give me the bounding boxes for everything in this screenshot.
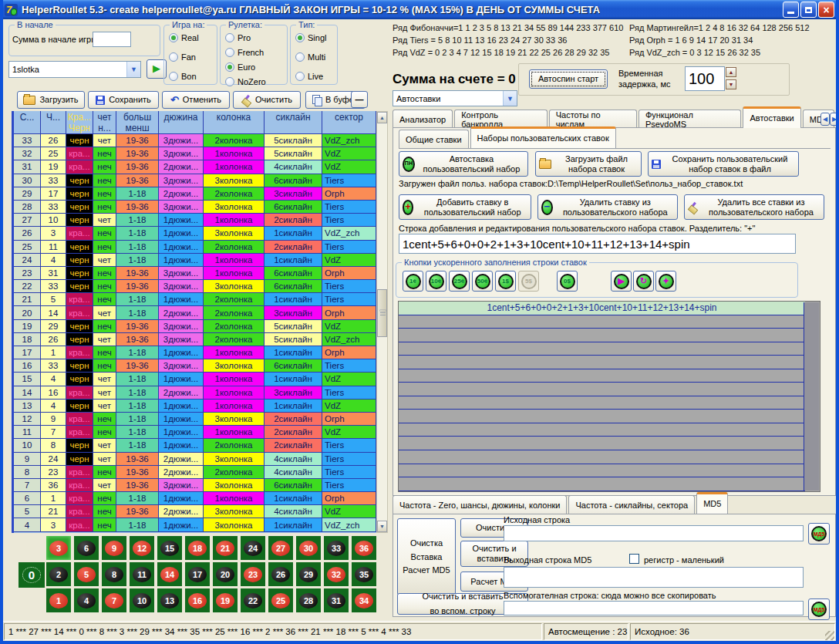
- radio-dot[interactable]: [225, 48, 234, 57]
- list-item[interactable]: [399, 342, 805, 356]
- board-number-26[interactable]: 26: [268, 562, 293, 586]
- radio-dot[interactable]: [169, 52, 178, 62]
- board-number-8[interactable]: 8: [102, 562, 126, 586]
- column-header[interactable]: Ч...: [41, 111, 66, 123]
- radio-dot[interactable]: [225, 62, 234, 72]
- chip-0d[interactable]: 0$: [557, 271, 578, 292]
- start-sum-input[interactable]: [93, 32, 131, 47]
- board-number-28[interactable]: 28: [296, 588, 321, 612]
- column-header[interactable]: чет: [93, 111, 116, 123]
- resize-grip[interactable]: [825, 631, 834, 640]
- list-item[interactable]: [399, 423, 805, 437]
- chip-1c[interactable]: 1¢: [403, 271, 423, 292]
- collapse-button[interactable]: —: [351, 91, 368, 108]
- subtab-наборы-пользовательских-ставок[interactable]: Наборы пользовательских ставок: [470, 126, 616, 148]
- list-item[interactable]: [399, 410, 805, 423]
- lowercase-checkbox[interactable]: [629, 554, 639, 564]
- board-number-15[interactable]: 15: [157, 536, 182, 560]
- board-number-25[interactable]: 25: [268, 588, 293, 612]
- board-number-19[interactable]: 19: [213, 588, 238, 612]
- toolbar-open-folder-button[interactable]: Загрузить: [17, 91, 85, 109]
- md5-aux-input[interactable]: [504, 601, 804, 615]
- tab-анализатор[interactable]: Анализатор: [393, 110, 453, 128]
- maximize-button[interactable]: [800, 2, 817, 18]
- radio-dot[interactable]: [295, 72, 305, 81]
- column-header[interactable]: дюжина: [159, 111, 204, 123]
- md5-src-input[interactable]: [504, 525, 804, 541]
- list-item[interactable]: [399, 315, 805, 329]
- minimize-button[interactable]: [783, 2, 799, 18]
- radio-dot[interactable]: [295, 33, 305, 42]
- autobets-save-button[interactable]: Сохранить пользовательский набор ставок …: [648, 151, 799, 177]
- md5-src-calc-button[interactable]: МД5: [808, 523, 830, 545]
- list-item[interactable]: [399, 477, 805, 491]
- board-number-10[interactable]: 10: [130, 588, 154, 612]
- board-number-20[interactable]: 20: [213, 562, 238, 586]
- tab-контроль-банкролла[interactable]: Контроль банкролла: [454, 110, 548, 128]
- radio-french[interactable]: French: [225, 48, 264, 57]
- quick-repeat-button[interactable]: ↻: [633, 271, 654, 292]
- board-number-9[interactable]: 9: [102, 536, 126, 560]
- board-number-32[interactable]: 32: [324, 562, 349, 586]
- toolbar-save-button[interactable]: Сохранить: [88, 91, 159, 109]
- radio-bon[interactable]: Bon: [169, 72, 197, 81]
- tab-частоты-по-числам[interactable]: Частоты по числам: [549, 110, 637, 128]
- board-number-33[interactable]: 33: [324, 536, 349, 560]
- board-number-29[interactable]: 29: [296, 562, 321, 586]
- board-number-23[interactable]: 23: [241, 562, 265, 586]
- autobets-remove-button[interactable]: −Удалить ставку из пользовательского наб…: [537, 194, 678, 220]
- md5-big-button[interactable]: ОчисткаВставкаРасчет MD5: [397, 518, 456, 595]
- chip-25c[interactable]: 25¢: [449, 271, 470, 292]
- board-number-0[interactable]: 0: [19, 562, 45, 588]
- title-bar[interactable]: 7 HelperRoullet 5.3- create helperroulle…: [0, 0, 839, 19]
- spinner-down-icon[interactable]: ▼: [726, 79, 736, 89]
- autobets-add-button[interactable]: +Добавить ставку в пользовательский набо…: [399, 194, 531, 220]
- board-number-6[interactable]: 6: [74, 536, 99, 560]
- radio-live[interactable]: Live: [295, 72, 323, 81]
- close-button[interactable]: ×: [818, 2, 834, 18]
- scrollbar-thumb[interactable]: [377, 289, 387, 337]
- autobets-pn-button[interactable]: ПНАвтоставка пользовательский набор: [399, 151, 528, 177]
- chevron-down-icon[interactable]: ▼: [126, 62, 140, 77]
- bet-edit-input[interactable]: 1cent+5+6+0+0+2+1+3+10cent+10+11+12+13+1…: [399, 234, 796, 254]
- tab-scroll-right-icon[interactable]: ▶: [830, 113, 839, 126]
- list-item[interactable]: [399, 369, 805, 383]
- list-item[interactable]: [399, 383, 805, 396]
- radio-dot[interactable]: [169, 33, 178, 42]
- column-header[interactable]: колонка: [204, 111, 265, 123]
- board-number-14[interactable]: 14: [157, 562, 182, 586]
- tab-scroll-left-icon[interactable]: ◀: [820, 113, 830, 126]
- column-header[interactable]: Кра...: [66, 111, 93, 123]
- autobets-open-folder-button[interactable]: Загрузить файл набора ставок: [535, 151, 642, 177]
- quick-play-button[interactable]: ▶: [611, 271, 632, 292]
- list-item[interactable]: [399, 396, 805, 410]
- toolbar-clean-button[interactable]: Очистить: [233, 91, 301, 109]
- spinner-up-icon[interactable]: ▲: [726, 67, 736, 77]
- column-header[interactable]: сектор: [322, 111, 376, 123]
- radio-dot[interactable]: [225, 77, 234, 86]
- board-number-31[interactable]: 31: [324, 588, 349, 612]
- board-number-24[interactable]: 24: [241, 536, 265, 560]
- radio-dot[interactable]: [295, 52, 305, 62]
- board-number-17[interactable]: 17: [185, 562, 210, 586]
- board-number-1[interactable]: 1: [46, 588, 71, 612]
- column-header[interactable]: С...: [14, 111, 41, 123]
- chip-1d[interactable]: 1$: [495, 271, 516, 292]
- board-number-2[interactable]: 2: [46, 562, 71, 586]
- chip-10c[interactable]: 10¢: [426, 271, 446, 292]
- md5-aux-calc-button[interactable]: МД5: [808, 598, 830, 620]
- scroll-up-icon[interactable]: ▲: [377, 112, 387, 123]
- board-number-18[interactable]: 18: [185, 536, 210, 560]
- autobets-combo[interactable]: Автоставки ▼: [393, 90, 517, 106]
- autospin-start-button[interactable]: Автоспин старт: [529, 69, 608, 89]
- freqtab-частота-zero-шансы-дюжины-колонки[interactable]: Частота - Zero, шансы, дюжины, колонки: [393, 495, 567, 514]
- quick-shuffle-button[interactable]: ✦: [655, 271, 676, 292]
- radio-dot[interactable]: [169, 72, 178, 81]
- autobets-clean-button[interactable]: Удалить все ставки из пользовательского …: [684, 194, 824, 220]
- board-number-34[interactable]: 34: [352, 588, 376, 612]
- list-item[interactable]: [399, 329, 805, 342]
- subtab-общие-ставки[interactable]: Общие ставки: [399, 130, 469, 148]
- list-item[interactable]: [399, 450, 805, 464]
- board-number-7[interactable]: 7: [102, 588, 126, 612]
- toolbar-undo-button[interactable]: ↶Отменить: [162, 91, 230, 109]
